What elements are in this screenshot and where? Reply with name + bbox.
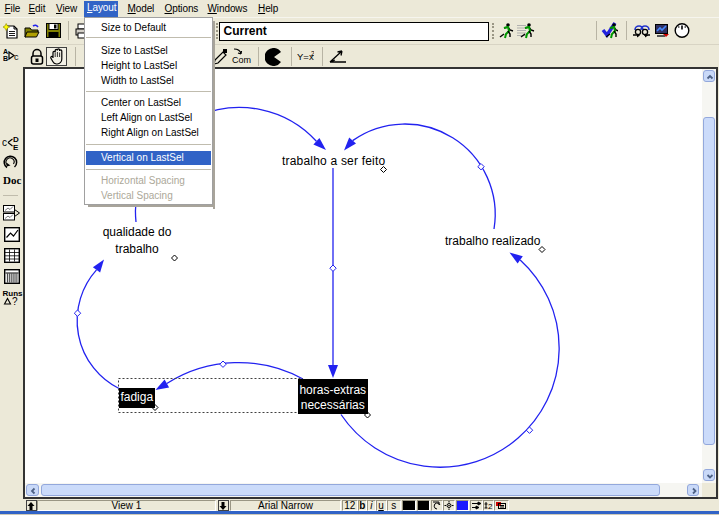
svg-text:?: ? bbox=[12, 296, 18, 306]
svg-text:B: B bbox=[3, 55, 8, 62]
svg-text:2: 2 bbox=[488, 502, 493, 510]
svg-text:E: E bbox=[13, 143, 19, 150]
svg-text:A: A bbox=[3, 48, 8, 55]
svg-text:c: c bbox=[2, 137, 7, 148]
svg-text:Com: Com bbox=[232, 55, 251, 65]
svg-text:2: 2 bbox=[311, 50, 314, 57]
svg-text:c: c bbox=[14, 52, 19, 62]
